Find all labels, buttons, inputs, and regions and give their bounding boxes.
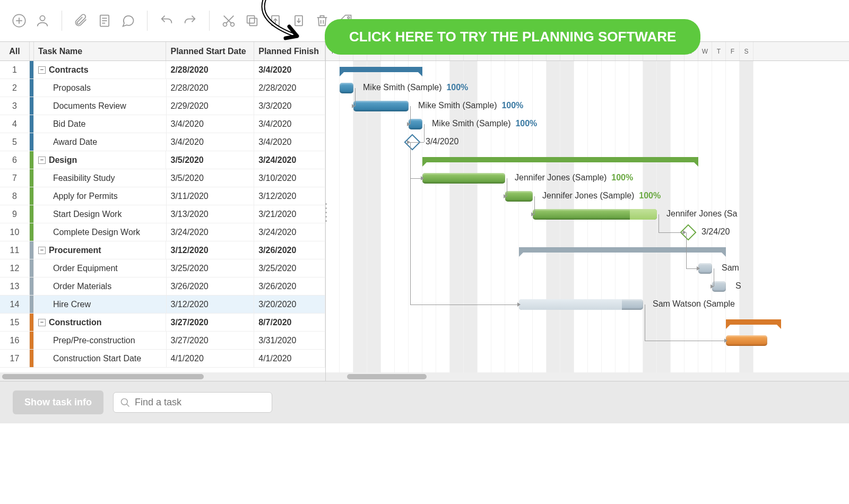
start-date-cell[interactable]: 3/13/2020: [167, 205, 255, 223]
finish-date-cell[interactable]: 3/20/2020: [254, 296, 325, 313]
collapse-icon[interactable]: −: [38, 247, 46, 254]
task-bar[interactable]: [519, 299, 643, 310]
split-handle[interactable]: [323, 202, 329, 223]
summary-bar[interactable]: [422, 157, 698, 162]
task-row[interactable]: 12Order Equipment3/25/20203/25/2020: [0, 259, 325, 277]
collapse-icon[interactable]: −: [38, 66, 46, 74]
task-row[interactable]: 15−Construction3/27/20208/7/2020: [0, 314, 325, 332]
task-bar[interactable]: [726, 335, 767, 346]
task-bar[interactable]: [422, 173, 505, 184]
cut-icon[interactable]: [219, 11, 238, 30]
summary-bar[interactable]: [340, 67, 422, 72]
task-row[interactable]: 3Documents Review2/29/20203/3/2020: [0, 97, 325, 115]
start-date-cell[interactable]: 2/29/2020: [167, 97, 255, 115]
task-row[interactable]: 9Start Design Work3/13/20203/21/2020: [0, 205, 325, 223]
start-date-cell[interactable]: 3/12/2020: [166, 241, 254, 259]
task-name-cell[interactable]: −Construction: [34, 314, 167, 331]
attach-icon[interactable]: [72, 11, 91, 30]
task-name-cell[interactable]: −Design: [34, 151, 167, 169]
start-date-cell[interactable]: 2/28/2020: [166, 61, 254, 79]
task-name-cell[interactable]: Construction Start Date: [34, 350, 167, 367]
task-row[interactable]: 16Prep/Pre-construction3/27/20203/31/202…: [0, 332, 325, 350]
task-row[interactable]: 14Hire Crew3/12/20203/20/2020: [0, 296, 325, 314]
start-date-cell[interactable]: 3/27/2020: [166, 314, 254, 331]
task-name-cell[interactable]: Prep/Pre-construction: [34, 332, 167, 349]
show-task-info-button[interactable]: Show task info: [13, 390, 103, 414]
start-date-cell[interactable]: 3/5/2020: [166, 151, 254, 169]
finish-date-cell[interactable]: 3/31/2020: [254, 332, 325, 349]
start-date-cell[interactable]: 2/28/2020: [167, 79, 255, 97]
gantt-scrollbar[interactable]: [326, 372, 849, 381]
cta-banner[interactable]: CLICK HERE TO TRY THE PLANNING SOFTWARE: [325, 19, 700, 55]
finish-date-cell[interactable]: 3/24/2020: [254, 151, 325, 169]
start-date-cell[interactable]: 4/1/2020: [167, 350, 255, 367]
task-name-cell[interactable]: Start Design Work: [34, 205, 167, 223]
grid-scrollbar[interactable]: [0, 372, 325, 381]
task-row[interactable]: 10Complete Design Work3/24/20203/24/2020: [0, 223, 325, 241]
finish-date-cell[interactable]: 3/4/2020: [254, 133, 325, 151]
finish-date-cell[interactable]: 3/24/2020: [254, 223, 325, 241]
redo-icon[interactable]: [180, 11, 200, 30]
start-date-cell[interactable]: 3/26/2020: [167, 277, 255, 295]
finish-date-cell[interactable]: 3/3/2020: [254, 97, 325, 115]
finish-date-cell[interactable]: 3/25/2020: [254, 259, 325, 277]
task-name-cell[interactable]: Apply for Permits: [34, 187, 167, 205]
start-date-cell[interactable]: 3/4/2020: [167, 133, 255, 151]
task-row[interactable]: 8Apply for Permits3/11/20203/12/2020: [0, 187, 325, 205]
task-name-cell[interactable]: −Procurement: [34, 241, 167, 259]
task-bar[interactable]: [505, 191, 533, 202]
task-bar[interactable]: [698, 263, 712, 274]
finish-date-cell[interactable]: 3/26/2020: [254, 277, 325, 295]
search-input-wrapper[interactable]: [113, 392, 272, 413]
task-row[interactable]: 13Order Materials3/26/20203/26/2020: [0, 277, 325, 296]
finish-date-cell[interactable]: 3/4/2020: [254, 61, 325, 79]
task-bar[interactable]: [340, 83, 353, 93]
task-row[interactable]: 4Bid Date3/4/20203/4/2020: [0, 115, 325, 133]
finish-date-cell[interactable]: 8/7/2020: [254, 314, 325, 331]
start-date-cell[interactable]: 3/27/2020: [167, 332, 255, 349]
add-icon[interactable]: [10, 11, 29, 30]
task-row[interactable]: 2Proposals2/28/20202/28/2020: [0, 79, 325, 97]
task-name-cell[interactable]: Order Equipment: [34, 259, 167, 277]
start-date-cell[interactable]: 3/12/2020: [167, 296, 255, 313]
task-row[interactable]: 1−Contracts2/28/20203/4/2020: [0, 61, 325, 79]
collapse-icon[interactable]: −: [38, 319, 46, 326]
summary-bar[interactable]: [726, 319, 781, 325]
task-row[interactable]: 5Award Date3/4/20203/4/2020: [0, 133, 325, 151]
start-date-cell[interactable]: 3/24/2020: [167, 223, 255, 241]
task-bar[interactable]: [533, 209, 657, 220]
task-name-cell[interactable]: Award Date: [34, 133, 167, 151]
finish-date-cell[interactable]: 3/12/2020: [254, 187, 325, 205]
finish-date-cell[interactable]: 3/21/2020: [254, 205, 325, 223]
task-name-cell[interactable]: Complete Design Work: [34, 223, 167, 241]
col-header-name[interactable]: Task Name: [34, 42, 167, 60]
start-date-cell[interactable]: 3/11/2020: [167, 187, 255, 205]
task-row[interactable]: 11−Procurement3/12/20203/26/2020: [0, 241, 325, 259]
task-name-cell[interactable]: Feasibility Study: [34, 169, 167, 187]
task-name-cell[interactable]: Documents Review: [34, 97, 167, 115]
start-date-cell[interactable]: 3/5/2020: [167, 169, 255, 187]
undo-icon[interactable]: [157, 11, 176, 30]
notes-icon[interactable]: [95, 11, 114, 30]
collapse-icon[interactable]: −: [38, 157, 46, 164]
task-bar[interactable]: [353, 101, 409, 111]
finish-date-cell[interactable]: 3/26/2020: [254, 241, 325, 259]
task-row[interactable]: 7Feasibility Study3/5/20203/10/2020: [0, 169, 325, 187]
user-icon[interactable]: [33, 11, 52, 30]
col-header-id[interactable]: All: [0, 42, 30, 60]
task-row[interactable]: 17Construction Start Date4/1/20204/1/202…: [0, 350, 325, 368]
task-name-cell[interactable]: Proposals: [34, 79, 167, 97]
finish-date-cell[interactable]: 3/4/2020: [254, 115, 325, 133]
start-date-cell[interactable]: 3/25/2020: [167, 259, 255, 277]
search-input[interactable]: [135, 397, 265, 408]
finish-date-cell[interactable]: 3/10/2020: [254, 169, 325, 187]
summary-bar[interactable]: [519, 247, 726, 253]
task-row[interactable]: 6−Design3/5/20203/24/2020: [0, 151, 325, 169]
finish-date-cell[interactable]: 4/1/2020: [254, 350, 325, 367]
task-name-cell[interactable]: −Contracts: [34, 61, 167, 79]
task-name-cell[interactable]: Bid Date: [34, 115, 167, 133]
comment-icon[interactable]: [118, 11, 137, 30]
finish-date-cell[interactable]: 2/28/2020: [254, 79, 325, 97]
start-date-cell[interactable]: 3/4/2020: [167, 115, 255, 133]
task-name-cell[interactable]: Hire Crew: [34, 296, 167, 313]
